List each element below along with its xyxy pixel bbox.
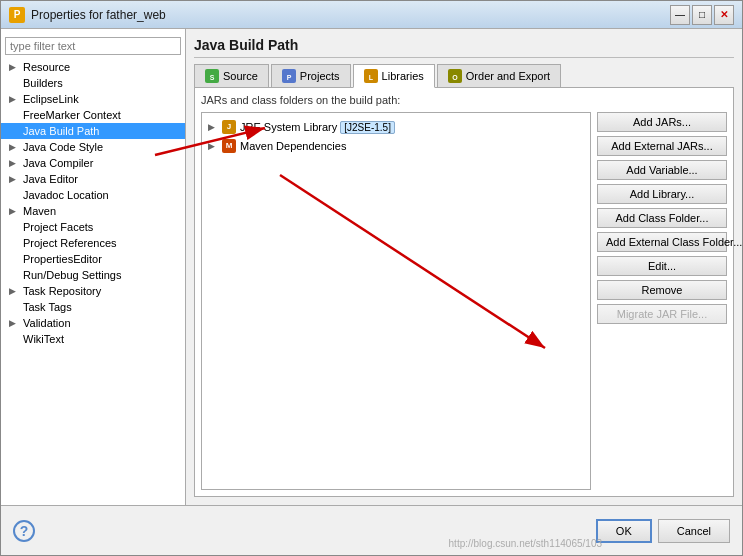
tab-icon-order-export: O [448,69,462,83]
title-controls: — □ ✕ [670,5,734,25]
sidebar-label-run-debug-settings: Run/Debug Settings [23,269,121,281]
sidebar-item-java-code-style[interactable]: ▶Java Code Style [1,139,185,155]
panel-body: JARs and class folders on the build path… [194,88,734,497]
main-panel: Java Build Path SSourcePProjectsLLibrari… [186,29,742,505]
add-jars-button[interactable]: Add JARs... [597,112,727,132]
sidebar-label-project-references: Project References [23,237,117,249]
dialog-buttons: OK Cancel [596,519,730,543]
migrate-jar-button: Migrate JAR File... [597,304,727,324]
expander-java-editor: ▶ [9,174,19,184]
properties-dialog: P Properties for father_web — □ ✕ ▶Resou… [0,0,743,556]
content-area: ▶Resource Builders▶EclipseLink FreeMarke… [1,29,742,505]
expander-validation: ▶ [9,318,19,328]
title-bar-left: P Properties for father_web [9,7,166,23]
svg-text:L: L [368,74,373,81]
tree-icon-jre-system-library: J [222,119,236,134]
sidebar-item-project-references[interactable]: Project References [1,235,185,251]
svg-text:S: S [210,74,215,81]
tree-label-jre-system-library: JRE System Library [J2SE-1.5] [240,121,395,133]
sidebar-label-builders: Builders [23,77,63,89]
tab-label-source: Source [223,70,258,82]
sidebar-item-java-build-path[interactable]: Java Build Path [1,123,185,139]
sidebar-label-java-code-style: Java Code Style [23,141,103,153]
tree-item-jre-system-library[interactable]: ▶JJRE System Library [J2SE-1.5] [206,117,586,136]
tab-source[interactable]: SSource [194,64,269,87]
tabs-row: SSourcePProjectsLLibrariesOOrder and Exp… [194,64,734,88]
tab-projects[interactable]: PProjects [271,64,351,87]
add-class-folder-button[interactable]: Add Class Folder... [597,208,727,228]
watermark: http://blog.csun.net/sth114065/103 [449,538,602,549]
ok-button[interactable]: OK [596,519,652,543]
tree-icon-maven-dependencies: M [222,138,236,153]
sidebar-label-eclipselink: EclipseLink [23,93,79,105]
expander-java-compiler: ▶ [9,158,19,168]
button-panel: Add JARs...Add External JARs...Add Varia… [597,112,727,490]
cancel-button[interactable]: Cancel [658,519,730,543]
tab-icon-libraries: L [364,69,378,83]
add-external-jars-button[interactable]: Add External JARs... [597,136,727,156]
main-panel-title: Java Build Path [194,37,734,58]
sidebar-label-validation: Validation [23,317,71,329]
sidebar-label-java-build-path: Java Build Path [23,125,99,137]
sidebar-item-properties-editor[interactable]: PropertiesEditor [1,251,185,267]
tab-label-projects: Projects [300,70,340,82]
sidebar-item-javadoc-location[interactable]: Javadoc Location [1,187,185,203]
filter-input[interactable] [5,37,181,55]
sidebar-label-resource: Resource [23,61,70,73]
tree-expander-maven-dependencies: ▶ [208,141,218,151]
tree-panel[interactable]: ▶JJRE System Library [J2SE-1.5]▶MMaven D… [201,112,591,490]
expander-java-code-style: ▶ [9,142,19,152]
title-bar: P Properties for father_web — □ ✕ [1,1,742,29]
sidebar-label-project-facets: Project Facets [23,221,93,233]
edit-button[interactable]: Edit... [597,256,727,276]
sidebar-item-run-debug-settings[interactable]: Run/Debug Settings [1,267,185,283]
sidebar-item-wikitext[interactable]: WikiText [1,331,185,347]
sidebar-item-validation[interactable]: ▶Validation [1,315,185,331]
help-button[interactable]: ? [13,520,35,542]
sidebar-items: ▶Resource Builders▶EclipseLink FreeMarke… [1,59,185,347]
tab-order-export[interactable]: OOrder and Export [437,64,561,87]
sidebar-item-task-tags[interactable]: Task Tags [1,299,185,315]
sidebar-label-maven: Maven [23,205,56,217]
sidebar-label-java-compiler: Java Compiler [23,157,93,169]
tree-item-maven-dependencies[interactable]: ▶MMaven Dependencies [206,136,586,155]
sidebar-item-builders[interactable]: Builders [1,75,185,91]
panel-content: ▶JJRE System Library [J2SE-1.5]▶MMaven D… [201,112,727,490]
sidebar-item-java-compiler[interactable]: ▶Java Compiler [1,155,185,171]
expander-resource: ▶ [9,62,19,72]
tab-label-libraries: Libraries [382,70,424,82]
panel-description: JARs and class folders on the build path… [201,94,727,106]
add-variable-button[interactable]: Add Variable... [597,160,727,180]
sidebar-item-freemarker[interactable]: FreeMarker Context [1,107,185,123]
close-button[interactable]: ✕ [714,5,734,25]
window-title: Properties for father_web [31,8,166,22]
sidebar-label-freemarker: FreeMarker Context [23,109,121,121]
expander-eclipselink: ▶ [9,94,19,104]
sidebar-label-task-tags: Task Tags [23,301,72,313]
sidebar-item-eclipselink[interactable]: ▶EclipseLink [1,91,185,107]
remove-button[interactable]: Remove [597,280,727,300]
tab-libraries[interactable]: LLibraries [353,64,435,88]
sidebar-label-properties-editor: PropertiesEditor [23,253,102,265]
sidebar-item-task-repository[interactable]: ▶Task Repository [1,283,185,299]
tab-icon-source: S [205,69,219,83]
window-icon: P [9,7,25,23]
add-external-class-folder-button[interactable]: Add External Class Folder... [597,232,727,252]
svg-text:O: O [452,74,458,81]
expander-task-repository: ▶ [9,286,19,296]
sidebar-label-wikitext: WikiText [23,333,64,345]
sidebar-item-resource[interactable]: ▶Resource [1,59,185,75]
sidebar-item-maven[interactable]: ▶Maven [1,203,185,219]
add-library-button[interactable]: Add Library... [597,184,727,204]
sidebar: ▶Resource Builders▶EclipseLink FreeMarke… [1,29,186,505]
sidebar-item-java-editor[interactable]: ▶Java Editor [1,171,185,187]
svg-text:P: P [287,74,292,81]
tree-expander-jre-system-library: ▶ [208,122,218,132]
maximize-button[interactable]: □ [692,5,712,25]
tab-label-order-export: Order and Export [466,70,550,82]
tab-icon-projects: P [282,69,296,83]
sidebar-item-project-facets[interactable]: Project Facets [1,219,185,235]
expander-maven: ▶ [9,206,19,216]
minimize-button[interactable]: — [670,5,690,25]
sidebar-label-java-editor: Java Editor [23,173,78,185]
